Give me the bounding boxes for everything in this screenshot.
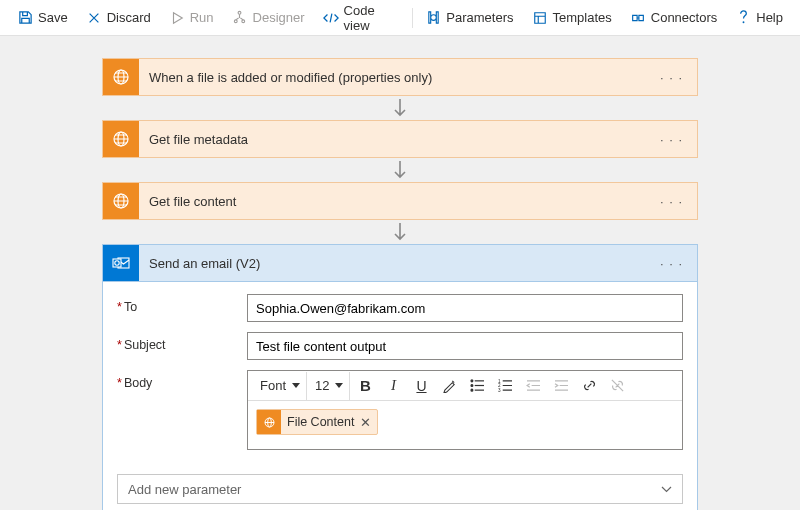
discard-label: Discard [107, 10, 151, 25]
outdent-button[interactable] [520, 372, 546, 400]
designer-button[interactable]: Designer [223, 0, 314, 35]
designer-label: Designer [253, 10, 305, 25]
svg-point-13 [471, 380, 473, 382]
parameters-button[interactable]: Parameters [416, 0, 522, 35]
help-label: Help [756, 10, 783, 25]
codeview-label: Code view [344, 3, 401, 33]
connectors-label: Connectors [651, 10, 717, 25]
arrow-icon [393, 220, 407, 244]
indent-button[interactable] [548, 372, 574, 400]
chip-remove[interactable]: ✕ [360, 415, 371, 430]
step-metadata-menu[interactable]: · · · [656, 132, 687, 147]
sharepoint-icon [257, 410, 281, 434]
svg-point-1 [234, 20, 237, 23]
subject-label: *Subject [117, 332, 247, 352]
step-email[interactable]: Send an email (V2) · · · [102, 244, 698, 282]
bold-button[interactable]: B [352, 372, 378, 400]
connectors-button[interactable]: Connectors [621, 0, 726, 35]
templates-button[interactable]: Templates [523, 0, 621, 35]
save-button[interactable]: Save [8, 0, 77, 35]
step-trigger-menu[interactable]: · · · [656, 70, 687, 85]
step-metadata[interactable]: Get file metadata · · · [102, 120, 698, 158]
step-trigger[interactable]: When a file is added or modified (proper… [102, 58, 698, 96]
toolbar-separator [412, 8, 413, 28]
save-label: Save [38, 10, 68, 25]
body-content[interactable]: File Content ✕ [248, 401, 682, 449]
parameters-icon [425, 10, 441, 26]
add-parameter-dropdown[interactable]: Add new parameter [117, 474, 683, 504]
toolbar: Save Discard Run Designer Code view Para… [0, 0, 800, 36]
step-email-title: Send an email (V2) [149, 256, 260, 271]
chevron-down-icon [661, 486, 672, 493]
add-parameter-label: Add new parameter [128, 482, 241, 497]
run-button[interactable]: Run [160, 0, 223, 35]
bullets-button[interactable] [464, 372, 490, 400]
help-button[interactable]: Help [726, 0, 792, 35]
to-label: *To [117, 294, 247, 314]
body-editor: Font 12 B I U [247, 370, 683, 450]
svg-point-0 [238, 11, 241, 14]
step-email-menu[interactable]: · · · [656, 256, 687, 271]
step-trigger-title: When a file is added or modified (proper… [149, 70, 432, 85]
step-email-body: *To *Subject *Body Font [102, 282, 698, 510]
underline-button[interactable]: U [408, 372, 434, 400]
save-icon [17, 10, 33, 26]
arrow-icon [393, 96, 407, 120]
arrow-icon [393, 158, 407, 182]
color-button[interactable] [436, 372, 462, 400]
sharepoint-icon [103, 183, 139, 219]
sharepoint-icon [103, 59, 139, 95]
step-content-title: Get file content [149, 194, 236, 209]
svg-rect-11 [113, 259, 121, 267]
code-icon [323, 10, 339, 26]
svg-point-3 [742, 21, 744, 23]
unlink-button[interactable] [604, 372, 630, 400]
chip-label: File Content [287, 415, 354, 429]
sharepoint-icon [103, 121, 139, 157]
connectors-icon [630, 10, 646, 26]
discard-icon [86, 10, 102, 26]
italic-button[interactable]: I [380, 372, 406, 400]
codeview-button[interactable]: Code view [314, 0, 410, 35]
svg-point-14 [471, 385, 473, 387]
step-metadata-title: Get file metadata [149, 132, 248, 147]
numbers-button[interactable]: 123 [492, 372, 518, 400]
step-content-menu[interactable]: · · · [656, 194, 687, 209]
outlook-icon [103, 245, 139, 281]
rte-toolbar: Font 12 B I U [248, 371, 682, 401]
step-content[interactable]: Get file content · · · [102, 182, 698, 220]
svg-point-15 [471, 389, 473, 391]
designer-icon [232, 10, 248, 26]
body-label: *Body [117, 370, 247, 390]
chevron-down-icon [335, 383, 343, 388]
designer-canvas: When a file is added or modified (proper… [0, 36, 800, 510]
templates-label: Templates [553, 10, 612, 25]
to-input[interactable] [247, 294, 683, 322]
svg-text:3: 3 [498, 388, 501, 392]
font-select[interactable]: Font [254, 372, 307, 400]
file-content-chip[interactable]: File Content ✕ [256, 409, 378, 435]
discard-button[interactable]: Discard [77, 0, 160, 35]
parameters-label: Parameters [446, 10, 513, 25]
run-icon [169, 10, 185, 26]
templates-icon [532, 10, 548, 26]
svg-point-2 [242, 20, 245, 23]
subject-input[interactable] [247, 332, 683, 360]
size-select[interactable]: 12 [309, 372, 350, 400]
chevron-down-icon [292, 383, 300, 388]
help-icon [735, 10, 751, 26]
run-label: Run [190, 10, 214, 25]
link-button[interactable] [576, 372, 602, 400]
